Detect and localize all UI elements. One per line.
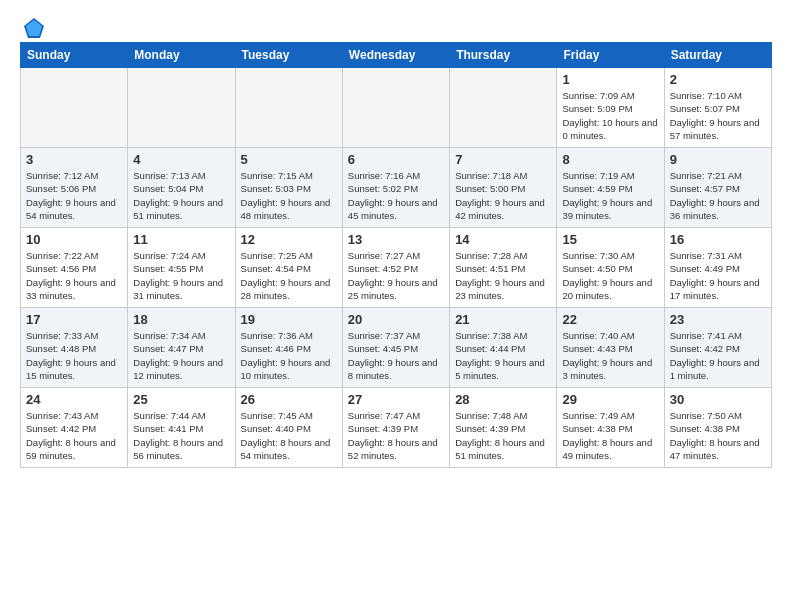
col-header-sunday: Sunday — [21, 43, 128, 68]
cell-info: Sunrise: 7:22 AMSunset: 4:56 PMDaylight:… — [26, 249, 122, 302]
table-row: 20Sunrise: 7:37 AMSunset: 4:45 PMDayligh… — [342, 308, 449, 388]
table-row: 26Sunrise: 7:45 AMSunset: 4:40 PMDayligh… — [235, 388, 342, 468]
cell-day: 4 — [133, 152, 229, 167]
cell-info: Sunrise: 7:25 AMSunset: 4:54 PMDaylight:… — [241, 249, 337, 302]
cell-info: Sunrise: 7:33 AMSunset: 4:48 PMDaylight:… — [26, 329, 122, 382]
cell-info: Sunrise: 7:43 AMSunset: 4:42 PMDaylight:… — [26, 409, 122, 462]
table-row: 30Sunrise: 7:50 AMSunset: 4:38 PMDayligh… — [664, 388, 771, 468]
cell-info: Sunrise: 7:49 AMSunset: 4:38 PMDaylight:… — [562, 409, 658, 462]
cell-info: Sunrise: 7:45 AMSunset: 4:40 PMDaylight:… — [241, 409, 337, 462]
week-row-1: 1Sunrise: 7:09 AMSunset: 5:09 PMDaylight… — [21, 68, 772, 148]
cell-day: 25 — [133, 392, 229, 407]
table-row: 3Sunrise: 7:12 AMSunset: 5:06 PMDaylight… — [21, 148, 128, 228]
table-row: 1Sunrise: 7:09 AMSunset: 5:09 PMDaylight… — [557, 68, 664, 148]
week-row-4: 17Sunrise: 7:33 AMSunset: 4:48 PMDayligh… — [21, 308, 772, 388]
cell-day: 16 — [670, 232, 766, 247]
cell-day: 30 — [670, 392, 766, 407]
svg-marker-1 — [26, 20, 42, 36]
table-row — [235, 68, 342, 148]
cell-info: Sunrise: 7:47 AMSunset: 4:39 PMDaylight:… — [348, 409, 444, 462]
table-row: 10Sunrise: 7:22 AMSunset: 4:56 PMDayligh… — [21, 228, 128, 308]
table-row: 9Sunrise: 7:21 AMSunset: 4:57 PMDaylight… — [664, 148, 771, 228]
cell-info: Sunrise: 7:36 AMSunset: 4:46 PMDaylight:… — [241, 329, 337, 382]
cell-info: Sunrise: 7:48 AMSunset: 4:39 PMDaylight:… — [455, 409, 551, 462]
col-header-tuesday: Tuesday — [235, 43, 342, 68]
cell-day: 23 — [670, 312, 766, 327]
cell-info: Sunrise: 7:24 AMSunset: 4:55 PMDaylight:… — [133, 249, 229, 302]
cell-day: 2 — [670, 72, 766, 87]
col-header-saturday: Saturday — [664, 43, 771, 68]
table-row: 12Sunrise: 7:25 AMSunset: 4:54 PMDayligh… — [235, 228, 342, 308]
table-row: 14Sunrise: 7:28 AMSunset: 4:51 PMDayligh… — [450, 228, 557, 308]
cell-day: 20 — [348, 312, 444, 327]
cell-info: Sunrise: 7:10 AMSunset: 5:07 PMDaylight:… — [670, 89, 766, 142]
col-header-monday: Monday — [128, 43, 235, 68]
table-row: 17Sunrise: 7:33 AMSunset: 4:48 PMDayligh… — [21, 308, 128, 388]
table-row: 28Sunrise: 7:48 AMSunset: 4:39 PMDayligh… — [450, 388, 557, 468]
cell-info: Sunrise: 7:27 AMSunset: 4:52 PMDaylight:… — [348, 249, 444, 302]
cell-info: Sunrise: 7:31 AMSunset: 4:49 PMDaylight:… — [670, 249, 766, 302]
cell-day: 15 — [562, 232, 658, 247]
cell-day: 17 — [26, 312, 122, 327]
table-row: 25Sunrise: 7:44 AMSunset: 4:41 PMDayligh… — [128, 388, 235, 468]
cell-day: 18 — [133, 312, 229, 327]
cell-info: Sunrise: 7:15 AMSunset: 5:03 PMDaylight:… — [241, 169, 337, 222]
table-row: 7Sunrise: 7:18 AMSunset: 5:00 PMDaylight… — [450, 148, 557, 228]
table-row: 11Sunrise: 7:24 AMSunset: 4:55 PMDayligh… — [128, 228, 235, 308]
cell-day: 1 — [562, 72, 658, 87]
cell-day: 24 — [26, 392, 122, 407]
cell-day: 14 — [455, 232, 551, 247]
cell-day: 27 — [348, 392, 444, 407]
table-row: 15Sunrise: 7:30 AMSunset: 4:50 PMDayligh… — [557, 228, 664, 308]
table-row: 21Sunrise: 7:38 AMSunset: 4:44 PMDayligh… — [450, 308, 557, 388]
cell-info: Sunrise: 7:12 AMSunset: 5:06 PMDaylight:… — [26, 169, 122, 222]
header — [20, 16, 772, 36]
cell-info: Sunrise: 7:09 AMSunset: 5:09 PMDaylight:… — [562, 89, 658, 142]
cell-day: 9 — [670, 152, 766, 167]
cell-info: Sunrise: 7:16 AMSunset: 5:02 PMDaylight:… — [348, 169, 444, 222]
table-row — [342, 68, 449, 148]
table-row: 13Sunrise: 7:27 AMSunset: 4:52 PMDayligh… — [342, 228, 449, 308]
table-row: 4Sunrise: 7:13 AMSunset: 5:04 PMDaylight… — [128, 148, 235, 228]
cell-info: Sunrise: 7:34 AMSunset: 4:47 PMDaylight:… — [133, 329, 229, 382]
table-row — [21, 68, 128, 148]
table-row: 19Sunrise: 7:36 AMSunset: 4:46 PMDayligh… — [235, 308, 342, 388]
cell-day: 28 — [455, 392, 551, 407]
table-row: 18Sunrise: 7:34 AMSunset: 4:47 PMDayligh… — [128, 308, 235, 388]
cell-day: 3 — [26, 152, 122, 167]
col-header-wednesday: Wednesday — [342, 43, 449, 68]
cell-day: 13 — [348, 232, 444, 247]
cell-info: Sunrise: 7:13 AMSunset: 5:04 PMDaylight:… — [133, 169, 229, 222]
page: SundayMondayTuesdayWednesdayThursdayFrid… — [0, 0, 792, 484]
cell-day: 19 — [241, 312, 337, 327]
table-row: 23Sunrise: 7:41 AMSunset: 4:42 PMDayligh… — [664, 308, 771, 388]
cell-info: Sunrise: 7:19 AMSunset: 4:59 PMDaylight:… — [562, 169, 658, 222]
table-row: 29Sunrise: 7:49 AMSunset: 4:38 PMDayligh… — [557, 388, 664, 468]
week-row-3: 10Sunrise: 7:22 AMSunset: 4:56 PMDayligh… — [21, 228, 772, 308]
cell-day: 12 — [241, 232, 337, 247]
cell-day: 29 — [562, 392, 658, 407]
week-row-5: 24Sunrise: 7:43 AMSunset: 4:42 PMDayligh… — [21, 388, 772, 468]
cell-info: Sunrise: 7:44 AMSunset: 4:41 PMDaylight:… — [133, 409, 229, 462]
cell-info: Sunrise: 7:50 AMSunset: 4:38 PMDaylight:… — [670, 409, 766, 462]
table-row: 8Sunrise: 7:19 AMSunset: 4:59 PMDaylight… — [557, 148, 664, 228]
cell-day: 7 — [455, 152, 551, 167]
cell-info: Sunrise: 7:28 AMSunset: 4:51 PMDaylight:… — [455, 249, 551, 302]
table-row: 22Sunrise: 7:40 AMSunset: 4:43 PMDayligh… — [557, 308, 664, 388]
week-row-2: 3Sunrise: 7:12 AMSunset: 5:06 PMDaylight… — [21, 148, 772, 228]
cell-info: Sunrise: 7:18 AMSunset: 5:00 PMDaylight:… — [455, 169, 551, 222]
table-row — [450, 68, 557, 148]
cell-day: 8 — [562, 152, 658, 167]
table-row: 16Sunrise: 7:31 AMSunset: 4:49 PMDayligh… — [664, 228, 771, 308]
table-row — [128, 68, 235, 148]
logo — [20, 16, 46, 36]
col-header-friday: Friday — [557, 43, 664, 68]
cell-info: Sunrise: 7:38 AMSunset: 4:44 PMDaylight:… — [455, 329, 551, 382]
table-row: 2Sunrise: 7:10 AMSunset: 5:07 PMDaylight… — [664, 68, 771, 148]
col-header-thursday: Thursday — [450, 43, 557, 68]
table-row: 6Sunrise: 7:16 AMSunset: 5:02 PMDaylight… — [342, 148, 449, 228]
cell-day: 22 — [562, 312, 658, 327]
table-row: 24Sunrise: 7:43 AMSunset: 4:42 PMDayligh… — [21, 388, 128, 468]
logo-icon — [22, 16, 46, 40]
cell-day: 21 — [455, 312, 551, 327]
